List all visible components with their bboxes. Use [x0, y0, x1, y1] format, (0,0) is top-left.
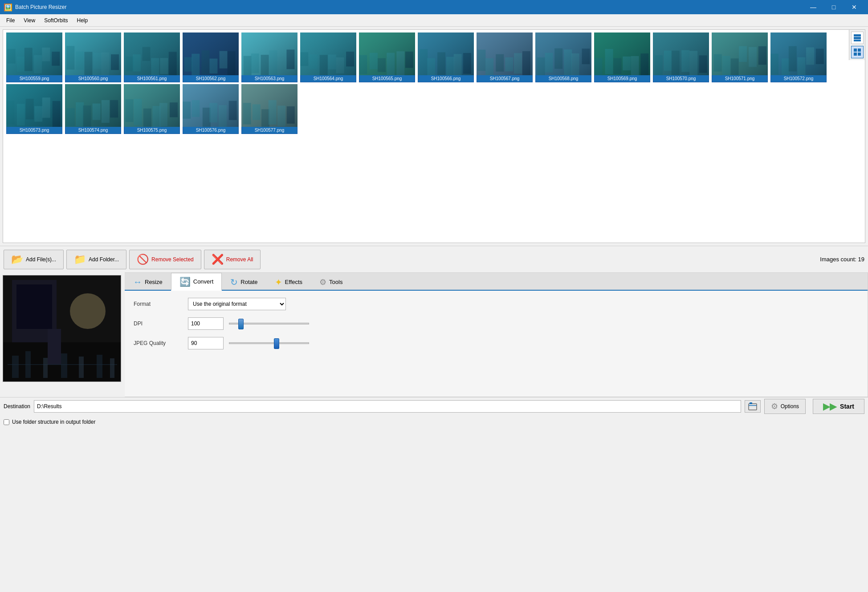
thumb-label-6: SH100565.png: [359, 75, 415, 82]
remove-selected-button[interactable]: 🚫 Remove Selected: [129, 250, 201, 269]
minimize-button[interactable]: —: [803, 0, 823, 14]
svg-rect-55: [359, 32, 415, 75]
tab-resize[interactable]: ↔ Resize: [125, 273, 171, 291]
svg-rect-158: [858, 53, 861, 56]
thumb-label-3: SH100562.png: [183, 75, 239, 82]
thumbnail-svg-11: [653, 32, 709, 75]
sidebar-view-detail[interactable]: [851, 32, 864, 44]
svg-rect-71: [477, 32, 533, 75]
image-thumb-8[interactable]: SH100567.png: [476, 32, 533, 82]
dpi-row: DPI: [134, 317, 859, 330]
thumbnail-svg-7: [418, 32, 474, 75]
image-thumb-6[interactable]: SH100565.png: [359, 32, 416, 82]
rotate-icon: ↻: [230, 277, 238, 288]
dpi-slider-thumb[interactable]: [238, 319, 244, 329]
image-thumb-12[interactable]: SH100571.png: [711, 32, 768, 82]
thumbnail-svg-2: [124, 32, 180, 75]
folder-checkbox-label: Use folder structure in output folder: [12, 419, 95, 425]
svg-rect-79: [535, 32, 591, 75]
thumb-label-9: SH100568.png: [535, 75, 591, 82]
browse-button[interactable]: [745, 400, 761, 413]
image-thumb-9[interactable]: SH100568.png: [535, 32, 592, 82]
svg-rect-111: [770, 32, 827, 75]
thumb-label-13: SH100572.png: [770, 75, 827, 82]
remove-all-button[interactable]: ❌ Remove All: [204, 250, 261, 269]
menu-help[interactable]: Help: [73, 16, 93, 25]
close-button[interactable]: ✕: [844, 0, 864, 14]
svg-rect-171: [97, 355, 102, 378]
image-thumb-11[interactable]: SH100570.png: [652, 32, 709, 82]
menu-file[interactable]: File: [2, 16, 19, 25]
thumb-label-12: SH100571.png: [712, 75, 768, 82]
svg-rect-143: [183, 84, 239, 127]
svg-rect-153: [854, 37, 861, 39]
menu-softorbits[interactable]: SoftOrbits: [40, 16, 72, 25]
thumbnail-svg-4: [241, 32, 297, 75]
image-thumb-0[interactable]: SH100559.png: [6, 32, 63, 82]
svg-point-162: [70, 293, 106, 329]
jpeg-quality-input[interactable]: [188, 337, 224, 349]
start-button[interactable]: ▶▶ Start: [813, 399, 864, 414]
thumbnail-svg-6: [359, 32, 415, 75]
svg-rect-39: [241, 32, 297, 75]
jpeg-slider-thumb[interactable]: [274, 338, 279, 349]
image-thumb-18[interactable]: SH100577.png: [241, 84, 298, 134]
titlebar: 🖼️ Batch Picture Resizer — □ ✕: [0, 0, 868, 14]
settings-panel: ↔ Resize 🔄 Convert ↻ Rotate ✦ Effects ⚙: [125, 272, 868, 397]
image-thumb-16[interactable]: SH100575.png: [123, 84, 180, 134]
svg-rect-119: [6, 84, 62, 127]
convert-icon: 🔄: [179, 276, 191, 287]
maximize-button[interactable]: □: [823, 0, 844, 14]
thumb-label-15: SH100574.png: [65, 127, 121, 134]
image-thumb-5[interactable]: SH100564.png: [300, 32, 357, 82]
image-thumb-10[interactable]: SH100569.png: [594, 32, 651, 82]
thumb-label-18: SH100577.png: [241, 127, 297, 134]
image-thumb-1[interactable]: SH100560.png: [65, 32, 122, 82]
dpi-slider-container: [229, 317, 318, 330]
image-thumb-7[interactable]: SH100566.png: [417, 32, 474, 82]
thumb-label-7: SH100566.png: [418, 75, 474, 82]
folder-checkbox[interactable]: [4, 419, 9, 425]
remove-selected-icon: 🚫: [137, 254, 149, 265]
thumbnail-svg-9: [535, 32, 591, 75]
svg-rect-31: [183, 32, 239, 75]
image-thumb-13[interactable]: SH100572.png: [770, 32, 827, 82]
svg-rect-135: [124, 84, 180, 127]
destination-input[interactable]: [34, 400, 741, 413]
image-thumb-15[interactable]: SH100574.png: [65, 84, 122, 134]
options-icon: ⚙: [771, 401, 778, 411]
jpeg-quality-row: JPEG Quality: [134, 337, 859, 349]
thumb-label-8: SH100567.png: [477, 75, 533, 82]
dpi-input[interactable]: [188, 317, 224, 330]
images-count: Images count: 19: [820, 256, 864, 263]
image-thumb-3[interactable]: SH100562.png: [182, 32, 239, 82]
preview-image: [3, 275, 121, 382]
svg-rect-172: [110, 358, 114, 378]
dpi-slider-track: [229, 323, 309, 324]
format-select[interactable]: Use the original format JPEG PNG BMP TIF…: [188, 298, 286, 310]
sidebar-view-grid[interactable]: [851, 46, 864, 58]
resize-icon: ↔: [133, 277, 142, 287]
tab-convert[interactable]: 🔄 Convert: [171, 273, 222, 291]
svg-rect-23: [124, 32, 180, 75]
tab-effects[interactable]: ✦ Effects: [266, 273, 311, 291]
tools-icon: ⚙: [319, 277, 326, 287]
svg-rect-154: [854, 40, 861, 41]
options-button[interactable]: ⚙ Options: [764, 399, 806, 414]
thumbnail-svg-1: [65, 32, 121, 75]
thumbnail-svg-13: [770, 32, 827, 75]
tabs: ↔ Resize 🔄 Convert ↻ Rotate ✦ Effects ⚙: [125, 273, 868, 291]
image-thumb-14[interactable]: SH100573.png: [6, 84, 63, 134]
tab-rotate[interactable]: ↻ Rotate: [222, 273, 266, 291]
folder-checkbox-row: Use folder structure in output folder: [0, 415, 868, 429]
jpeg-slider-track: [229, 342, 309, 344]
image-thumb-2[interactable]: SH100561.png: [123, 32, 180, 82]
tab-tools[interactable]: ⚙ Tools: [311, 273, 351, 291]
svg-rect-127: [65, 84, 121, 127]
add-folder-button[interactable]: 📁 Add Folder...: [66, 250, 126, 269]
add-files-button[interactable]: 📂 Add File(s)...: [4, 250, 64, 269]
thumbnail-svg-8: [477, 32, 533, 75]
menu-view[interactable]: View: [19, 16, 40, 25]
image-thumb-17[interactable]: SH100576.png: [182, 84, 239, 134]
image-thumb-4[interactable]: SH100563.png: [241, 32, 298, 82]
